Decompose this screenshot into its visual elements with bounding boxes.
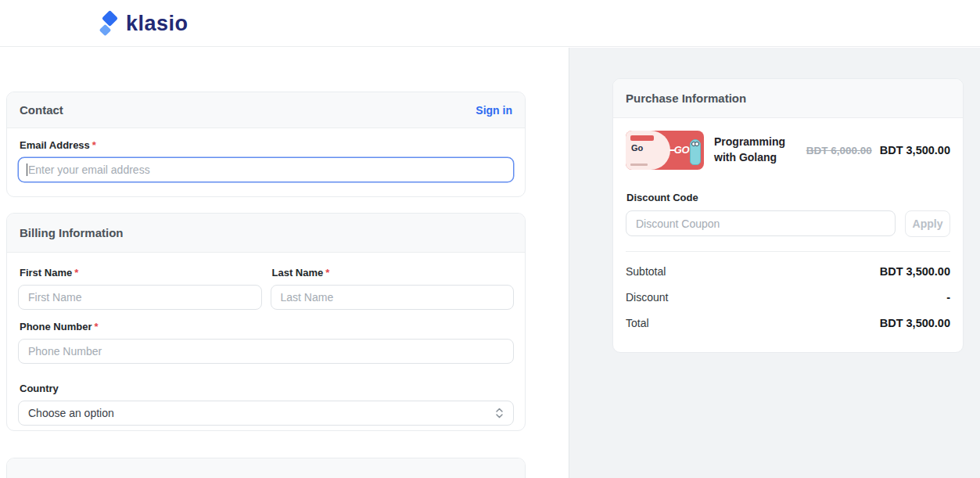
text-caret	[27, 164, 27, 176]
thumbnail-badge	[630, 135, 654, 141]
total-row: Total BDT 3,500.00	[626, 317, 950, 329]
golang-logo-text: GO	[674, 144, 689, 156]
country-label: Country	[20, 383, 514, 394]
country-select[interactable]: Choose an option	[18, 401, 514, 426]
purchase-information-card: Purchase Information Go GO Programming w…	[612, 78, 964, 353]
first-name-label: First Name*	[20, 267, 262, 279]
thumbnail-fineprint	[630, 164, 648, 166]
thumbnail-pink-panel: Go	[626, 131, 670, 170]
contact-card-header: Contact Sign in	[7, 92, 525, 128]
first-name-input[interactable]	[18, 285, 262, 310]
discount-code-label: Discount Code	[626, 192, 950, 203]
email-input[interactable]	[18, 157, 514, 182]
required-asterisk: *	[325, 267, 329, 279]
discount-value: -	[946, 291, 950, 304]
discount-label: Discount	[626, 291, 668, 304]
discount-coupon-input[interactable]	[626, 210, 896, 236]
next-section-card-header	[7, 458, 525, 478]
billing-title: Billing Information	[20, 226, 124, 239]
purchase-card-header: Purchase Information	[613, 79, 963, 118]
product-name: Programming with Golang	[714, 135, 806, 165]
product-row: Go GO Programming with Golang BDT 6,000.…	[626, 131, 950, 170]
phone-input[interactable]	[18, 339, 514, 364]
gopher-mascot-icon	[690, 139, 701, 165]
email-label: Email Address*	[20, 139, 514, 151]
discount-row: Discount -	[626, 291, 950, 304]
required-asterisk: *	[92, 139, 96, 151]
klasio-logo-icon	[99, 11, 119, 36]
contact-title: Contact	[20, 103, 63, 117]
billing-card-header: Billing Information	[7, 214, 525, 253]
thumbnail-go-label: Go	[631, 143, 643, 153]
apply-coupon-button[interactable]: Apply	[905, 210, 950, 237]
country-select-value: Choose an option	[28, 407, 114, 419]
total-label: Total	[626, 317, 649, 329]
app-header: klasio	[0, 0, 980, 47]
last-name-input[interactable]	[271, 285, 515, 310]
subtotal-value: BDT 3,500.00	[880, 265, 950, 278]
required-asterisk: *	[74, 267, 78, 279]
course-thumbnail: Go GO	[626, 131, 704, 170]
next-section-card-partial	[6, 458, 526, 478]
summary-divider	[626, 251, 950, 252]
subtotal-row: Subtotal BDT 3,500.00	[626, 265, 950, 278]
klasio-logo[interactable]: klasio	[99, 11, 188, 36]
required-asterisk: *	[94, 321, 98, 332]
purchase-title: Purchase Information	[626, 92, 746, 105]
product-original-price: BDT 6,000.00	[806, 145, 872, 156]
last-name-label: Last Name*	[272, 267, 515, 279]
sign-in-link[interactable]: Sign in	[476, 104, 512, 117]
total-value: BDT 3,500.00	[880, 317, 950, 329]
chevrons-up-down-icon	[495, 408, 504, 419]
phone-label: Phone Number*	[20, 321, 514, 332]
subtotal-label: Subtotal	[626, 265, 666, 278]
contact-card: Contact Sign in Email Address*	[6, 92, 526, 197]
billing-card: Billing Information First Name* Last Nam…	[6, 213, 526, 431]
klasio-logo-text: klasio	[126, 13, 188, 34]
product-sale-price: BDT 3,500.00	[880, 144, 950, 156]
